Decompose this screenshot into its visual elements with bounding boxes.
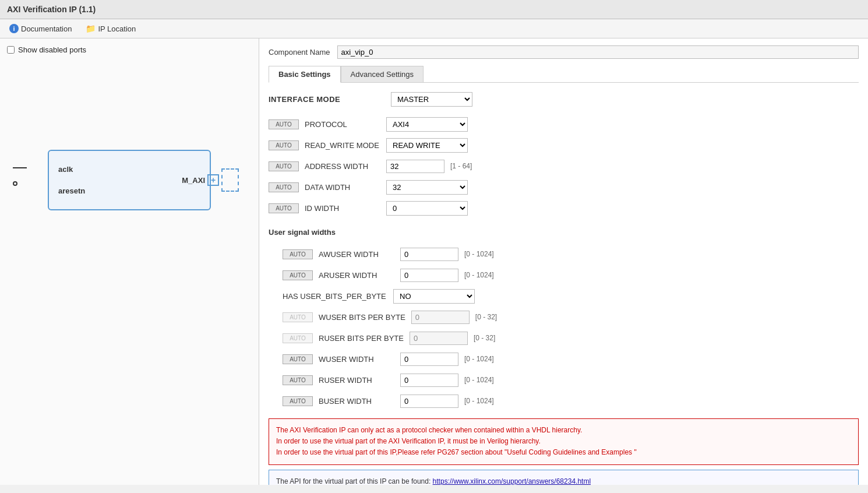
address-width-row: AUTO ADDRESS WIDTH [1 - 64] <box>269 158 859 174</box>
plus-button[interactable]: + <box>207 174 219 186</box>
read-write-mode-row: AUTO READ_WRITE MODE READ WRITE READ ONL… <box>269 137 859 153</box>
info-box: The API for the virtual part of this IP … <box>269 470 859 485</box>
id-width-dropdown[interactable]: 0 1 2 4 <box>386 201 468 216</box>
wuser-bits-per-byte-row: AUTO WUSER BITS PER BYTE [0 - 32] <box>269 309 859 325</box>
ruser-bits-range: [0 - 32] <box>474 334 495 342</box>
read-write-auto-badge[interactable]: AUTO <box>269 140 299 150</box>
diagram-area: aclk aresetn M_AXI + <box>7 64 252 297</box>
info-text: The API for the virtual part of this IP … <box>276 477 433 485</box>
buser-width-range: [0 - 1024] <box>464 397 494 405</box>
info-link[interactable]: https://www.xilinx.com/support/answers/6… <box>433 477 591 485</box>
awuser-width-input[interactable] <box>400 248 458 261</box>
tab-basic-settings[interactable]: Basic Settings <box>269 66 341 83</box>
warning-text: The AXI Verification IP can only act as … <box>276 426 637 456</box>
ruser-width-range: [0 - 1024] <box>464 376 494 384</box>
awuser-width-label: AWUSER WIDTH <box>319 250 394 259</box>
aruser-auto-badge[interactable]: AUTO <box>283 270 313 280</box>
ruser-bits-per-byte-row: AUTO RUSER BITS PER BYTE [0 - 32] <box>269 330 859 346</box>
interface-mode-label: INTERFACE MODE <box>269 95 385 104</box>
awuser-auto-badge[interactable]: AUTO <box>283 249 313 259</box>
aruser-width-row: AUTO ARUSER WIDTH [0 - 1024] <box>269 267 859 283</box>
has-user-bits-row: HAS USER_BITS_PER_BYTE NO YES <box>269 288 859 304</box>
info-icon: i <box>9 24 19 33</box>
read-write-mode-label: READ_WRITE MODE <box>305 141 380 150</box>
protocol-label: PROTOCOL <box>305 120 380 129</box>
ip-location-button[interactable]: 📁 IP Location <box>83 23 138 34</box>
ruser-bits-per-byte-input <box>410 332 468 345</box>
wuser-width-range: [0 - 1024] <box>464 355 494 363</box>
aclk-wire <box>13 167 27 168</box>
data-width-row: AUTO DATA WIDTH 32 64 128 256 <box>269 179 859 195</box>
interface-mode-row: INTERFACE MODE MASTER SLAVE PASS-THROUGH <box>269 92 859 107</box>
component-name-input[interactable] <box>337 45 859 59</box>
wuser-bits-per-byte-label: WUSER BITS PER BYTE <box>319 313 405 322</box>
id-width-label: ID WIDTH <box>305 204 380 213</box>
buser-width-row: AUTO BUSER WIDTH [0 - 1024] <box>269 393 859 409</box>
protocol-row: AUTO PROTOCOL AXI4 AXI4LITE AXI3 <box>269 116 859 132</box>
aresetn-label: aresetn <box>58 186 200 195</box>
wuser-width-label: WUSER WIDTH <box>319 355 394 364</box>
protocol-dropdown[interactable]: AXI4 AXI4LITE AXI3 <box>386 117 468 132</box>
right-panel: Component Name Basic Settings Advanced S… <box>259 38 868 485</box>
protocol-auto-badge[interactable]: AUTO <box>269 119 299 129</box>
address-width-range: [1 - 64] <box>450 162 472 170</box>
folder-icon: 📁 <box>86 24 96 33</box>
wuser-bits-range: [0 - 32] <box>475 313 497 321</box>
wuser-width-row: AUTO WUSER WIDTH [0 - 1024] <box>269 351 859 367</box>
aresetn-port-line <box>13 181 27 186</box>
right-port: M_AXI + <box>182 168 239 192</box>
component-box: aclk aresetn M_AXI + <box>48 150 211 210</box>
has-user-bits-dropdown[interactable]: NO YES <box>393 289 475 304</box>
show-disabled-ports-row: Show disabled ports <box>7 45 252 54</box>
warning-box: The AXI Verification IP can only act as … <box>269 418 859 465</box>
title-bar: AXI Verification IP (1.1) <box>0 0 868 19</box>
m-axi-label: M_AXI <box>182 176 205 185</box>
awuser-width-row: AUTO AWUSER WIDTH [0 - 1024] <box>269 246 859 262</box>
show-disabled-ports-label: Show disabled ports <box>18 45 86 54</box>
wuser-bits-per-byte-input <box>411 311 470 324</box>
component-name-row: Component Name <box>269 45 859 59</box>
read-write-mode-dropdown[interactable]: READ WRITE READ ONLY WRITE ONLY <box>386 138 468 153</box>
buser-width-label: BUSER WIDTH <box>319 397 394 406</box>
address-width-auto-badge[interactable]: AUTO <box>269 161 299 171</box>
aruser-range: [0 - 1024] <box>464 271 494 279</box>
tabs: Basic Settings Advanced Settings <box>269 66 859 83</box>
ruser-bits-auto-badge[interactable]: AUTO <box>283 333 313 343</box>
component-name-label: Component Name <box>269 48 330 57</box>
awuser-range: [0 - 1024] <box>464 250 494 258</box>
wuser-bits-auto-badge[interactable]: AUTO <box>283 312 313 322</box>
basic-settings-content: INTERFACE MODE MASTER SLAVE PASS-THROUGH… <box>269 92 859 409</box>
app-title: AXI Verification IP (1.1) <box>7 5 96 14</box>
aclk-label: aclk <box>58 165 200 174</box>
documentation-label: Documentation <box>21 24 72 33</box>
ruser-width-label: RUSER WIDTH <box>319 376 394 385</box>
ruser-bits-per-byte-label: RUSER BITS PER BYTE <box>319 334 404 343</box>
address-width-label: ADDRESS WIDTH <box>305 162 380 171</box>
aruser-width-input[interactable] <box>400 269 458 282</box>
show-disabled-ports-checkbox[interactable] <box>7 46 15 54</box>
tab-advanced-settings[interactable]: Advanced Settings <box>341 66 424 82</box>
aclk-port-line <box>13 167 27 168</box>
id-width-row: AUTO ID WIDTH 0 1 2 4 <box>269 200 859 216</box>
ruser-width-row: AUTO RUSER WIDTH [0 - 1024] <box>269 372 859 388</box>
left-panel: Show disabled ports aclk areset <box>0 38 259 485</box>
user-signal-widths-title: User signal widths <box>269 228 859 237</box>
data-width-dropdown[interactable]: 32 64 128 256 <box>386 180 468 195</box>
dotted-rect <box>221 168 239 192</box>
wuser-width-auto-badge[interactable]: AUTO <box>283 354 313 364</box>
address-width-input[interactable] <box>386 160 444 173</box>
toolbar: i Documentation 📁 IP Location <box>0 19 868 38</box>
ruser-width-auto-badge[interactable]: AUTO <box>283 375 313 385</box>
buser-width-auto-badge[interactable]: AUTO <box>283 396 313 406</box>
port-names: aclk aresetn <box>58 163 200 198</box>
data-width-auto-badge[interactable]: AUTO <box>269 182 299 192</box>
ip-location-label: IP Location <box>98 24 136 33</box>
data-width-label: DATA WIDTH <box>305 183 380 192</box>
documentation-button[interactable]: i Documentation <box>7 23 74 34</box>
wuser-width-input[interactable] <box>400 353 458 366</box>
main-layout: Show disabled ports aclk areset <box>0 38 868 485</box>
interface-mode-dropdown[interactable]: MASTER SLAVE PASS-THROUGH <box>391 92 472 107</box>
buser-width-input[interactable] <box>400 395 458 408</box>
ruser-width-input[interactable] <box>400 374 458 387</box>
id-width-auto-badge[interactable]: AUTO <box>269 203 299 213</box>
